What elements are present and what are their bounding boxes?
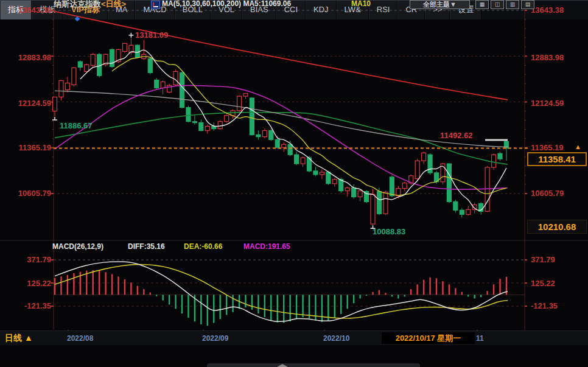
macd-indicator-label[interactable]: MACD(26,12,9) (52, 242, 103, 251)
month-label: 2022/09 (202, 334, 228, 343)
trading-app-window: 纳斯达克指数<日线> MA(5,10,30,60,100,200) MA5:11… (0, 0, 588, 367)
current-price-box: 11358.41 (527, 152, 587, 166)
ma-settings-label: MA(5,10,30,60,100,200) MA5:11069.06 (162, 0, 291, 8)
macd-axis-label: -121.35 (531, 301, 558, 310)
chart-canvas[interactable] (0, 0, 588, 367)
price-axis-label: 11365.19 (0, 143, 51, 152)
instrument-title[interactable]: 纳斯达克指数<日线> (54, 0, 126, 9)
macd-diff-value: DIFF:35.16 (128, 242, 165, 251)
period-selector[interactable]: 日线 ▲ (5, 333, 33, 344)
recent-high-annotation: 11492.62 (440, 131, 473, 140)
chart-header: 纳斯达克指数<日线> MA(5,10,30,60,100,200) MA5:11… (0, 0, 588, 9)
bottom-strip (0, 363, 588, 367)
price-axis-label: 11365.19 (531, 143, 564, 152)
macd-axis-label: -121.35 (0, 301, 51, 310)
month-label: 2022/08 (67, 334, 93, 343)
layout-chart-icon[interactable]: ◫ (491, 0, 504, 9)
layout-split-icon[interactable]: ▥ (506, 0, 519, 9)
price-axis-label: 12124.59 (531, 99, 564, 108)
price-axis-label: 12883.98 (0, 53, 51, 62)
price-axis-label: 12883.98 (531, 53, 564, 62)
dock-chevron-icon (277, 364, 288, 367)
layout-quad-icon[interactable]: ▦ (475, 0, 489, 9)
instrument-name: 纳斯达克指数 (54, 0, 101, 9)
macd-dea-value: DEA:-60.66 (184, 242, 222, 251)
macd-axis-label: 371.79 (531, 255, 555, 264)
month-label: 11 (476, 334, 484, 343)
dock-peek-bar[interactable] (207, 363, 420, 367)
period-suffix: <日线> (101, 0, 126, 9)
kline-chart-icon[interactable] (151, 1, 160, 9)
low-price-box: 10210.68 (527, 220, 587, 234)
ma10-label: MA10 (351, 0, 371, 8)
price-up-arrow-icon: ▲ (575, 143, 581, 150)
date-axis-row: 日线 ▲ 2022/08 2022/09 2022/10 2022/10/17 … (0, 330, 588, 345)
layout-export-icon[interactable]: ▤ (521, 0, 534, 9)
price-axis-label: 12124.59 (0, 99, 51, 108)
theme-dropdown-button[interactable]: 全部主题▼ (410, 0, 470, 9)
peak-price-annotation: 13181.09 (135, 30, 168, 40)
selected-date-box: 2022/10/17 星期一 (382, 332, 475, 344)
price-axis-label: 10605.79 (531, 189, 564, 198)
macd-axis-label: 371.79 (0, 255, 51, 264)
bottom-low-annotation: 10088.83 (373, 227, 405, 236)
month-label: 2022/10 (323, 334, 349, 343)
macd-axis-label: 125.22 (0, 279, 51, 288)
price-axis-label: 10605.79 (0, 189, 51, 198)
macd-value: MACD:191.65 (243, 242, 290, 251)
start-low-annotation: 11886.67 (60, 121, 93, 130)
macd-axis-label: 125.22 (531, 279, 555, 288)
